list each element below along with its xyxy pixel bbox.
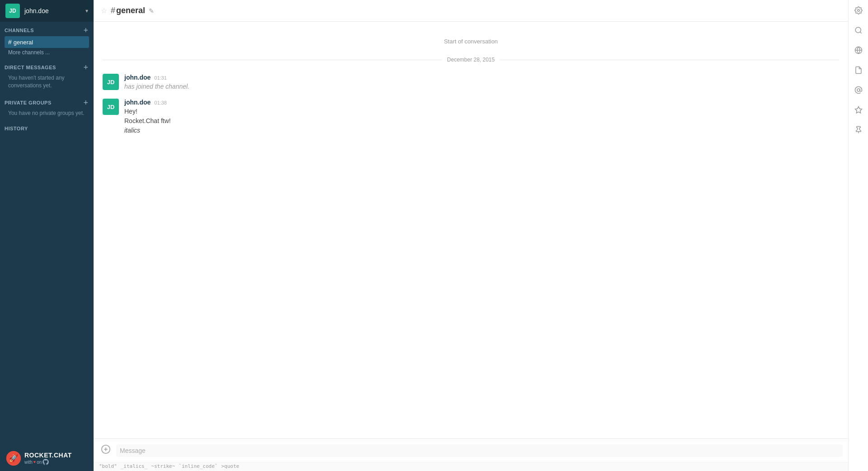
channel-name: general	[14, 39, 33, 46]
rocket-logo-icon: 🚀	[5, 450, 22, 466]
topbar-channel-name: general	[116, 6, 145, 15]
svg-point-5	[857, 10, 859, 12]
pin-icon[interactable]	[853, 124, 864, 138]
message-time-2: 01:38	[154, 100, 167, 105]
private-groups-title: PRIVATE GROUPS	[5, 100, 52, 105]
favorite-icon[interactable]: ☆	[101, 6, 107, 15]
direct-messages-empty: You haven't started any conversations ye…	[5, 73, 89, 92]
format-hint-quote: >quote	[221, 463, 239, 469]
format-hint-strike: ~strike~	[151, 463, 175, 469]
svg-line-7	[860, 32, 861, 33]
message-username-2: john.doe	[124, 99, 151, 106]
message-input-bar	[94, 438, 848, 462]
message-group-1: JD john.doe 01:31 has joined the channel…	[94, 70, 848, 95]
format-hint-bold: "bold"	[99, 463, 117, 469]
file-icon[interactable]	[853, 64, 864, 78]
message-avatar-2: JD	[103, 99, 119, 115]
star-icon[interactable]	[853, 104, 864, 118]
private-groups-section: PRIVATE GROUPS + You have no private gro…	[0, 94, 94, 122]
add-channel-button[interactable]: +	[82, 26, 89, 34]
message-group-2: JD john.doe 01:38 Hey! Rocket.Chat ftw! …	[94, 95, 848, 139]
date-divider-label: December 28, 2015	[442, 57, 500, 63]
sidebar-header[interactable]: JD john.doe ▾	[0, 0, 94, 22]
user-avatar: JD	[5, 4, 20, 18]
message-content-1: john.doe 01:31 has joined the channel.	[124, 74, 839, 91]
attach-icon	[101, 444, 111, 454]
direct-messages-section: DIRECT MESSAGES + You haven't started an…	[0, 59, 94, 94]
message-username-1: john.doe	[124, 74, 151, 81]
globe-icon[interactable]	[853, 44, 864, 58]
channel-item-general[interactable]: # general	[5, 36, 89, 48]
svg-point-6	[855, 27, 861, 33]
format-hint-italics: _italics_	[121, 463, 148, 469]
message-avatar-1: JD	[103, 74, 119, 90]
attach-button[interactable]	[99, 442, 113, 458]
svg-marker-11	[855, 107, 862, 113]
at-icon[interactable]	[853, 84, 864, 98]
hash-icon: #	[8, 38, 12, 46]
svg-point-10	[857, 89, 860, 91]
message-line-2: Rocket.Chat ftw!	[124, 116, 839, 126]
private-groups-empty: You have no private groups yet.	[5, 109, 89, 120]
date-divider-line-right	[500, 60, 839, 60]
github-icon	[42, 459, 49, 465]
search-icon[interactable]	[853, 24, 864, 38]
history-section[interactable]: HISTORY	[0, 121, 94, 133]
date-divider-line-left	[103, 60, 442, 60]
rocket-chat-text: ROCKET.CHAT with ♥ on	[24, 452, 72, 465]
svg-text:🚀: 🚀	[9, 453, 19, 463]
add-private-group-button[interactable]: +	[82, 99, 89, 107]
message-content-2: john.doe 01:38 Hey! Rocket.Chat ftw! ita…	[124, 99, 839, 135]
more-channels-link[interactable]: More channels ...	[5, 48, 89, 57]
heart-icon: ♥	[33, 460, 36, 464]
sidebar-footer: 🚀 ROCKET.CHAT with ♥ on	[0, 446, 94, 471]
direct-messages-title: DIRECT MESSAGES	[5, 65, 56, 70]
sidebar-username: john.doe	[24, 7, 85, 14]
channels-section-header: CHANNELS +	[5, 26, 89, 34]
message-line-3: italics	[124, 126, 839, 135]
rocket-brand-name: ROCKET.CHAT	[24, 452, 72, 459]
add-direct-message-button[interactable]: +	[82, 63, 89, 71]
rocket-chat-logo: 🚀 ROCKET.CHAT with ♥ on	[5, 450, 72, 466]
message-header-2: john.doe 01:38	[124, 99, 839, 106]
date-divider: December 28, 2015	[94, 53, 848, 67]
topbar: ☆ # general ✎	[94, 0, 848, 22]
format-hints-bar: "bold" _italics_ ~strike~ `inline_code` …	[94, 462, 848, 471]
chevron-down-icon: ▾	[85, 8, 88, 14]
topbar-hash-icon: #	[111, 6, 115, 15]
sidebar: JD john.doe ▾ CHANNELS + # general More …	[0, 0, 94, 471]
rocket-sub-text: with ♥ on	[24, 459, 72, 465]
format-hint-inline-code: `inline_code`	[179, 463, 217, 469]
channels-section-title: CHANNELS	[5, 28, 34, 33]
direct-messages-header: DIRECT MESSAGES +	[5, 63, 89, 71]
channels-section: CHANNELS + # general More channels ...	[0, 22, 94, 59]
right-toolbar	[848, 0, 868, 471]
main-content: ☆ # general ✎ Start of conversation Dece…	[94, 0, 848, 471]
message-text-1: has joined the channel.	[124, 82, 839, 91]
message-time-1: 01:31	[154, 75, 167, 81]
edit-channel-icon[interactable]: ✎	[149, 7, 154, 14]
message-input[interactable]	[116, 444, 843, 457]
private-groups-header: PRIVATE GROUPS +	[5, 99, 89, 107]
message-header-1: john.doe 01:31	[124, 74, 839, 81]
message-line-1: Hey!	[124, 107, 839, 116]
start-of-conversation: Start of conversation	[94, 29, 848, 49]
messages-area: Start of conversation December 28, 2015 …	[94, 22, 848, 438]
gear-icon[interactable]	[853, 5, 864, 18]
